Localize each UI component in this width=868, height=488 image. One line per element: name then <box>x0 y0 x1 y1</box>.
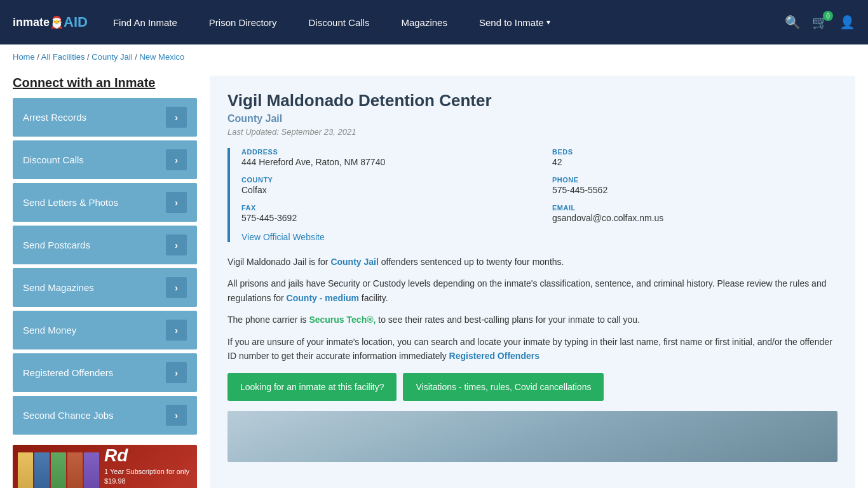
header-icons: 🔍 🛒 0 👤 <box>785 15 855 30</box>
email-value: gsandoval@co.colfax.nm.us <box>552 213 837 223</box>
breadcrumb-all-facilities[interactable]: All Facilities <box>41 52 85 62</box>
sidebar-item-send-letters[interactable]: Send Letters & Photos › <box>13 183 197 222</box>
official-website-link[interactable]: View Official Website <box>241 232 325 242</box>
cart-icon-area[interactable]: 🛒 0 <box>812 15 828 30</box>
sidebar-title: Connect with an Inmate <box>13 76 197 90</box>
beds-label: BEDS <box>552 148 837 156</box>
address-label: ADDRESS <box>241 148 527 156</box>
logo: inmate 🎅 AID <box>13 14 88 30</box>
phone-label: PHONE <box>552 176 837 184</box>
sidebar-item-second-chance-jobs[interactable]: Second Chance Jobs › <box>13 396 197 435</box>
facility-image <box>227 411 837 462</box>
fax-field: FAX 575-445-3692 <box>241 204 527 223</box>
county-jail-link[interactable]: County Jail <box>330 257 378 267</box>
content-area: Vigil Maldonado Detention Center County … <box>210 76 855 488</box>
beds-value: 42 <box>552 157 837 167</box>
desc-para-4: If you are unsure of your inmate's locat… <box>227 335 837 363</box>
county-label: COUNTY <box>241 176 527 184</box>
securus-link[interactable]: Securus Tech®, <box>309 315 376 325</box>
address-field: ADDRESS 444 Hereford Ave, Raton, NM 8774… <box>241 148 527 167</box>
arrow-icon: › <box>166 320 187 341</box>
header: inmate 🎅 AID Find An Inmate Prison Direc… <box>0 0 868 44</box>
action-buttons: Looking for an inmate at this facility? … <box>227 373 837 401</box>
facility-subtitle: County Jail <box>227 113 837 125</box>
nav-magazines[interactable]: Magazines <box>401 17 447 28</box>
sidebar-item-arrest-records[interactable]: Arrest Records › <box>13 98 197 137</box>
arrow-icon: › <box>166 277 187 298</box>
info-section: ADDRESS 444 Hereford Ave, Raton, NM 8774… <box>227 148 837 242</box>
sidebar-ad: READER'S DIGEST Rd 1 Year Subscription f… <box>13 445 197 488</box>
phone-field: PHONE 575-445-5562 <box>552 176 837 195</box>
sidebar-item-send-money[interactable]: Send Money › <box>13 311 197 349</box>
ad-inner[interactable]: READER'S DIGEST Rd 1 Year Subscription f… <box>13 445 197 488</box>
breadcrumb: Home / All Facilities / County Jail / Ne… <box>0 44 868 69</box>
last-updated-date: September 23, 2021 <box>281 127 356 137</box>
sidebar: Connect with an Inmate Arrest Records › … <box>13 76 197 488</box>
visitations-button[interactable]: Visitations - times, rules, Covid cancel… <box>403 373 604 401</box>
sidebar-item-registered-offenders[interactable]: Registered Offenders › <box>13 353 197 392</box>
sidebar-item-send-magazines[interactable]: Send Magazines › <box>13 268 197 307</box>
arrow-icon: › <box>166 234 187 255</box>
county-field: COUNTY Colfax <box>241 176 527 195</box>
facility-last-updated: Last Updated: September 23, 2021 <box>227 127 837 137</box>
user-icon[interactable]: 👤 <box>839 15 855 30</box>
beds-field: BEDS 42 <box>552 148 837 167</box>
facility-title: Vigil Maldonado Detention Center <box>227 91 837 111</box>
ad-books <box>18 452 99 489</box>
desc-para-3: The phone carrier is Securus Tech®, to s… <box>227 313 837 327</box>
email-label: EMAIL <box>552 204 837 212</box>
desc-para-1: Vigil Maldonado Jail is for County Jail … <box>227 255 837 269</box>
email-field: EMAIL gsandoval@co.colfax.nm.us <box>552 204 837 223</box>
ad-line1: 1 Year Subscription for only $19.98 <box>104 467 192 485</box>
breadcrumb-county-jail[interactable]: County Jail <box>92 52 132 62</box>
fax-label: FAX <box>241 204 527 212</box>
county-value: Colfax <box>241 185 527 195</box>
county-medium-link[interactable]: County - medium <box>287 293 359 303</box>
desc-para-2: All prisons and jails have Security or C… <box>227 276 837 305</box>
main-container: Connect with an Inmate Arrest Records › … <box>0 69 868 488</box>
address-value: 444 Hereford Ave, Raton, NM 87740 <box>241 157 527 167</box>
arrow-icon: › <box>166 405 187 426</box>
find-inmate-button[interactable]: Looking for an inmate at this facility? <box>227 373 397 401</box>
arrow-icon: › <box>166 192 187 213</box>
breadcrumb-new-mexico[interactable]: New Mexico <box>139 52 184 62</box>
info-grid: ADDRESS 444 Hereford Ave, Raton, NM 8774… <box>241 148 837 223</box>
sidebar-item-discount-calls[interactable]: Discount Calls › <box>13 140 197 179</box>
cart-badge: 0 <box>823 11 833 21</box>
nav-send-to-inmate[interactable]: Send to Inmate ▾ <box>479 17 550 28</box>
fax-value: 575-445-3692 <box>241 213 527 223</box>
registered-offenders-link[interactable]: Registered Offenders <box>449 351 539 361</box>
description-section: Vigil Maldonado Jail is for County Jail … <box>227 255 837 363</box>
nav-find-inmate[interactable]: Find An Inmate <box>113 17 177 28</box>
search-icon[interactable]: 🔍 <box>785 15 801 30</box>
nav-prison-directory[interactable]: Prison Directory <box>209 17 277 28</box>
last-updated-label: Last Updated: <box>227 127 279 137</box>
main-nav: Find An Inmate Prison Directory Discount… <box>113 17 778 28</box>
arrow-icon: › <box>166 362 187 383</box>
nav-discount-calls[interactable]: Discount Calls <box>309 17 370 28</box>
ad-rd: Rd <box>104 447 192 464</box>
arrow-icon: › <box>166 107 187 128</box>
dropdown-arrow-icon: ▾ <box>546 18 550 27</box>
arrow-icon: › <box>166 149 187 170</box>
phone-value: 575-445-5562 <box>552 185 837 195</box>
logo-area[interactable]: inmate 🎅 AID <box>13 14 88 30</box>
ad-text-area: READER'S DIGEST Rd 1 Year Subscription f… <box>104 445 192 488</box>
breadcrumb-home[interactable]: Home <box>13 52 35 62</box>
sidebar-item-send-postcards[interactable]: Send Postcards › <box>13 226 197 264</box>
